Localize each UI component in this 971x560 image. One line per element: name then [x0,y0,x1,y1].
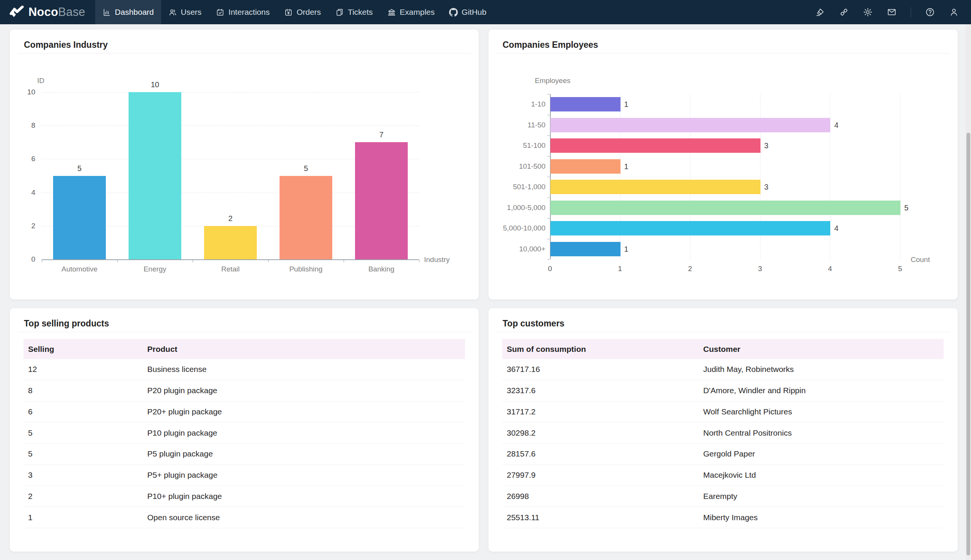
bar-51-100[interactable] [551,138,761,153]
y-axis-name: Employees [535,77,571,85]
nav-item-users[interactable]: Users [161,0,209,24]
nav-item-dashboard[interactable]: Dashboard [95,0,161,24]
nocobase-logo-icon [9,6,24,18]
y-category-label: 101-500 [489,162,546,171]
highlighter-icon[interactable] [815,7,825,17]
bar-value-label: 1 [624,162,629,171]
account-book-icon [284,8,293,17]
table-row: 32317.6D'Amore, Windler and Rippin [502,380,944,402]
table-row: 28157.6Gergold Paper [502,443,944,465]
table-cell: Wolf Searchlight Pictures [699,407,944,416]
table-row: 1Open source license [23,507,465,528]
table-cell: Miberty Images [699,513,944,522]
bar-10-000[interactable] [551,242,621,256]
bar-value-label: 5 [61,164,98,173]
bar-value-label: 2 [212,214,250,223]
table-cell: P5 plugin package [143,449,465,458]
table-cell: 12 [23,365,143,374]
nav-item-github[interactable]: GitHub [442,0,494,24]
table-row: 31717.2Wolf Searchlight Pictures [502,402,944,423]
table-cell: 3 [23,470,143,480]
table-cell: 5 [23,449,143,458]
bar-value-label: 1 [624,100,629,109]
bar-101-500[interactable] [551,159,621,173]
axis-tick [547,259,550,260]
page-scrollbar-track[interactable] [966,24,971,560]
y-tick-label: 6 [10,155,35,163]
navbar-actions [815,7,971,17]
bar-value-label: 1 [624,245,629,253]
nav-item-tickets[interactable]: Tickets [328,0,380,24]
nav-item-examples[interactable]: Examples [380,0,442,24]
card-divider [17,332,471,332]
x-tick-label: 1 [605,265,635,273]
bar-automotive[interactable] [53,176,106,260]
axis-tick [344,260,344,262]
bar-value-label: 10 [136,80,174,89]
nocobase-logo[interactable]: NocoBase [0,0,95,24]
axis-tick [419,260,419,262]
help-icon[interactable] [925,7,935,17]
bar-1-000-5-000[interactable] [551,200,901,215]
card-divider [496,332,950,332]
column-header-selling: Selling [23,345,143,354]
bar-value-label: 4 [834,121,838,130]
calendar-check-icon [216,8,225,17]
table-row: 30298.2North Central Positronics [502,422,944,443]
top-customers-card: Top customers Sum of consumptionCustomer… [489,308,958,552]
y-category-label: 501-1,000 [489,183,546,191]
dashboard-page: NocoBase DashboardUsersInteractionsOrder… [0,0,971,560]
axis-tick [547,115,550,115]
bar-publishing[interactable] [280,176,332,260]
table-cell: 1 [23,513,143,522]
bar-5-000-10-000[interactable] [551,221,830,235]
github-icon [449,8,458,17]
y-category-label: 1,000-5,000 [489,203,546,212]
table-cell: Gergold Paper [699,449,944,458]
bar-retail[interactable] [204,226,257,259]
nav-item-label: Orders [297,8,321,17]
top-navbar: NocoBase DashboardUsersInteractionsOrder… [0,0,971,24]
y-tick-label: 2 [10,222,35,230]
nav-item-orders[interactable]: Orders [277,0,328,24]
axis-tick [547,198,550,198]
page-scrollbar-thumb[interactable] [966,133,970,555]
plug-icon[interactable] [839,7,849,17]
table-cell: 8 [23,386,143,395]
table-cell: Open source license [143,513,465,522]
table-cell: 30298.2 [502,428,699,438]
table-cell: Judith May, Robinetworks [699,365,944,374]
user-icon[interactable] [949,7,959,17]
axis-tick [547,239,550,239]
mail-icon[interactable] [887,7,897,17]
table-cell: P10+ plugin package [143,492,465,501]
bar-11-50[interactable] [551,118,830,132]
table-cell: P20+ plugin package [143,407,465,416]
table-row: 5P10 plugin package [23,422,465,443]
axis-tick [547,156,550,157]
table-row: 26998Earempty [502,486,944,507]
axis-tick [42,260,42,262]
bar-chart-icon [102,8,111,17]
companies-employees-chart: Employees01234511-10411-50351-1001101-50… [489,53,958,300]
y-category-label: 1-10 [489,100,546,108]
main-menu: DashboardUsersInteractionsOrdersTicketsE… [95,0,494,24]
nav-item-interactions[interactable]: Interactions [209,0,277,24]
bar-1-10[interactable] [551,97,621,112]
table-cell: D'Amore, Windler and Rippin [699,386,944,395]
x-axis-line [42,259,419,260]
bar-value-label: 4 [834,224,838,233]
table-cell: 26998 [502,492,699,501]
gear-icon[interactable] [863,7,873,17]
x-category-label: Banking [344,265,419,273]
companies-industry-chart: ID02468105Automotive10Energy2Retail5Publ… [10,53,479,300]
x-tick-label: 2 [675,265,705,273]
x-category-label: Publishing [269,265,344,273]
bar-501-1-000[interactable] [551,180,761,194]
bar-banking[interactable] [355,142,408,259]
bar-value-label: 7 [363,130,400,139]
y-category-label: 5,000-10,000 [489,224,546,232]
bar-value-label: 5 [287,164,325,173]
table-row: 12Business license [23,359,465,380]
bar-energy[interactable] [128,92,181,259]
